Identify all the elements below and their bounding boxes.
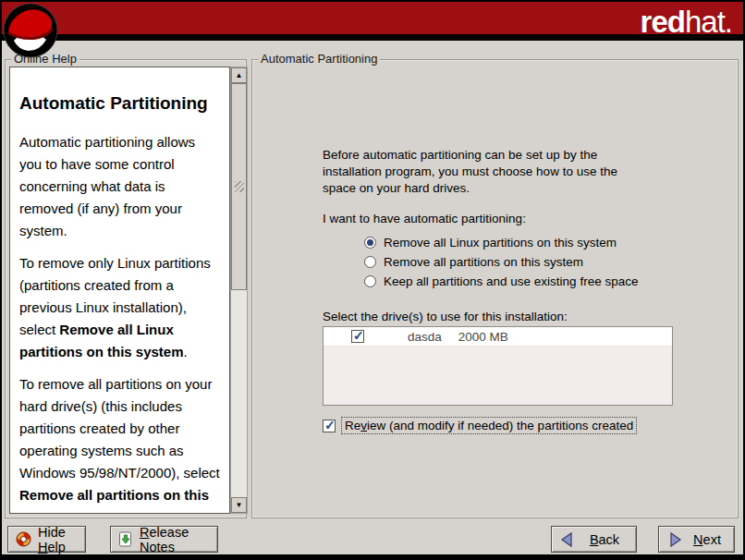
review-checkbox-row[interactable]: Review (and modify if needed) the partit… bbox=[323, 417, 637, 434]
automatic-partitioning-frame: Automatic Partitioning Before automatic … bbox=[251, 59, 739, 518]
help-paragraph: To remove all partitions on your hard dr… bbox=[19, 373, 221, 514]
radio-button[interactable] bbox=[364, 256, 376, 268]
arrow-right-icon bbox=[666, 531, 683, 548]
drive-row[interactable]: dasda2000 MB bbox=[324, 327, 672, 347]
radio-option-label: Remove all partitions on this system bbox=[384, 255, 583, 269]
drive-size: 2000 MB bbox=[458, 330, 508, 344]
help-heading: Automatic Partitioning bbox=[19, 93, 221, 114]
review-checkbox-label[interactable]: Review (and modify if needed) the partit… bbox=[341, 417, 637, 434]
help-paragraph: Automatic partitioning allows you to hav… bbox=[19, 131, 221, 242]
radio-group-prompt: I want to have automatic partitioning: bbox=[323, 212, 526, 225]
header-banner bbox=[2, 2, 743, 41]
wordmark-dot: . bbox=[725, 5, 732, 39]
review-checkbox[interactable] bbox=[323, 420, 336, 432]
hide-help-button[interactable]: Hide Help bbox=[7, 526, 86, 553]
scrollbar-thumb[interactable] bbox=[231, 83, 247, 290]
radio-button[interactable] bbox=[364, 237, 376, 249]
scrollbar-up-icon[interactable]: ▲ bbox=[231, 67, 247, 83]
automatic-partitioning-frame-label: Automatic Partitioning bbox=[258, 52, 380, 66]
installer-window: redhat. Online Help Automatic Partitioni… bbox=[0, 0, 745, 560]
radio-option-row[interactable]: Remove all Linux partitions on this syst… bbox=[364, 233, 638, 252]
intro-text: Before automatic partitioning can be set… bbox=[323, 147, 648, 197]
next-button[interactable]: Next bbox=[658, 526, 735, 553]
online-help-frame: Online Help Automatic Partitioning Autom… bbox=[5, 59, 247, 518]
radio-option-label: Keep all partitions and use existing fre… bbox=[384, 274, 638, 288]
wordmark-red: red bbox=[641, 5, 685, 39]
drive-list-prompt: Select the drive(s) to use for this inst… bbox=[323, 310, 568, 323]
partitioning-radio-group: Remove all Linux partitions on this syst… bbox=[364, 233, 638, 291]
radio-option-row[interactable]: Remove all partitions on this system bbox=[364, 252, 638, 272]
redhat-wordmark: redhat. bbox=[641, 5, 732, 40]
help-scrollbar[interactable]: ▲ ▼ bbox=[230, 67, 248, 514]
drive-checkbox[interactable] bbox=[351, 330, 364, 343]
radio-option-label: Remove all Linux partitions on this syst… bbox=[384, 236, 617, 250]
radio-option-row[interactable]: Keep all partitions and use existing fre… bbox=[364, 272, 638, 291]
help-text-area: Automatic Partitioning Automatic partiti… bbox=[9, 67, 230, 514]
life-preserver-icon bbox=[16, 531, 31, 547]
wordmark-hat: hat bbox=[685, 5, 725, 39]
scrollbar-down-icon[interactable]: ▼ bbox=[231, 497, 247, 513]
drive-list[interactable]: dasda2000 MB bbox=[323, 326, 673, 406]
hide-help-label: Hide Help bbox=[38, 525, 85, 554]
back-button[interactable]: Back bbox=[551, 526, 637, 553]
back-label: Back bbox=[582, 532, 636, 547]
arrow-left-icon bbox=[559, 531, 576, 548]
scrollbar-grip-icon bbox=[235, 181, 244, 192]
next-label: Next bbox=[690, 532, 734, 547]
redhat-shadowman-logo bbox=[3, 3, 58, 58]
release-notes-label: Release Notes bbox=[140, 525, 217, 554]
help-paragraphs: Automatic partitioning allows you to hav… bbox=[19, 131, 221, 514]
release-notes-page-icon bbox=[118, 531, 133, 547]
radio-button[interactable] bbox=[364, 275, 376, 287]
drive-name: dasda bbox=[408, 330, 442, 344]
release-notes-button[interactable]: Release Notes bbox=[110, 526, 218, 553]
help-paragraph: To remove only Linux partitions (partiti… bbox=[19, 252, 221, 363]
